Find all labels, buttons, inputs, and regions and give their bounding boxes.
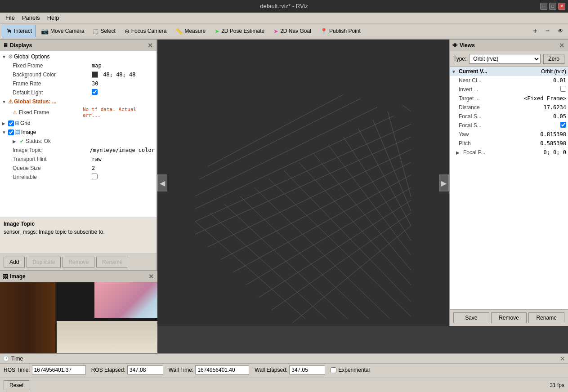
displays-panel-title: Displays	[10, 42, 32, 49]
3d-view[interactable]: ◀ ▶	[157, 40, 449, 326]
image-topic-row[interactable]: Image Topic /mynteye/image_color	[0, 146, 157, 155]
image-checkbox[interactable]	[8, 129, 14, 135]
views-panel-close[interactable]: ✕	[558, 42, 565, 49]
current-view-row[interactable]: ▼ Current V... Orbit (rviz)	[450, 67, 568, 76]
reset-button[interactable]: Reset	[4, 380, 29, 390]
views-zero-button[interactable]: Zero	[543, 54, 564, 64]
error-icon: ⚠	[13, 110, 17, 116]
time-bar: 🕐 Time ✕ ROS Time: ROS Elapsed: Wall Tim…	[0, 353, 568, 378]
tool-move-camera-label: Move Camera	[50, 28, 84, 34]
current-view-expand[interactable]: ▼	[452, 69, 457, 74]
near-clipping-label: Near Cl...	[459, 77, 551, 84]
window-controls[interactable]: ─ □ ✕	[540, 3, 565, 10]
close-button[interactable]: ✕	[558, 3, 565, 10]
tool-focus-camera[interactable]: ⊕ Focus Camera	[121, 25, 171, 37]
status-ok-row[interactable]: ▶ ✔ Status: Ok	[0, 137, 157, 146]
image-expand[interactable]: ▼	[2, 130, 7, 135]
grid-checkbox[interactable]	[8, 120, 14, 126]
view-arrow-left[interactable]: ◀	[157, 174, 167, 191]
pitch-value: 0.585398	[540, 140, 566, 147]
near-clipping-row[interactable]: Near Cl... 0.01	[450, 76, 568, 85]
global-status-label: Global Status: ...	[14, 98, 155, 105]
focal-p-row[interactable]: ▶ Focal P... 0; 0; 0	[450, 148, 568, 157]
maximize-button[interactable]: □	[549, 3, 556, 10]
frame-rate-row[interactable]: Frame Rate 30	[0, 79, 157, 88]
unreliable-row[interactable]: Unreliable	[0, 173, 157, 182]
tool-interact[interactable]: 🖱 Interact	[2, 25, 36, 37]
time-panel-close[interactable]: ✕	[560, 355, 565, 362]
yaw-row[interactable]: Yaw 0.815398	[450, 130, 568, 139]
displays-panel-close[interactable]: ✕	[147, 42, 154, 49]
focal-s1-row[interactable]: Focal S... 0.05	[450, 112, 568, 121]
add-button[interactable]: Add	[4, 257, 25, 267]
menu-help[interactable]: Help	[44, 13, 63, 22]
status-ok-expand[interactable]: ▶	[13, 139, 18, 144]
distance-row[interactable]: Distance 17.6234	[450, 103, 568, 112]
menu-file[interactable]: File	[2, 13, 18, 22]
queue-size-label: Queue Size	[13, 165, 90, 171]
image-display-row[interactable]: ▼ 🖼 Image	[0, 128, 157, 137]
grid-label: Grid	[20, 120, 155, 126]
clock-icon: 🕐	[3, 356, 9, 362]
ros-time-input[interactable]	[32, 365, 86, 374]
default-light-row[interactable]: Default Light	[0, 88, 157, 97]
queue-size-row[interactable]: Queue Size 2	[0, 164, 157, 173]
wall-elapsed-group: Wall Elapsed:	[255, 365, 325, 374]
tool-select[interactable]: ⬚ Select	[89, 25, 119, 37]
global-status-expand[interactable]: ▼	[2, 99, 7, 104]
info-box-title: Image Topic	[4, 221, 153, 227]
global-options-row[interactable]: ▼ ⚙ Global Options	[0, 52, 157, 61]
tool-measure[interactable]: 📏 Measure	[171, 25, 210, 37]
remove-tool-button[interactable]: −	[542, 25, 553, 37]
views-panel-header: 👁 Views ✕	[450, 40, 568, 51]
invert-row[interactable]: Invert ...	[450, 85, 568, 94]
tool-publish-point[interactable]: 📍 Publish Point	[316, 25, 365, 37]
views-save-button[interactable]: Save	[453, 312, 489, 323]
arrow-pink-icon: ➤	[273, 28, 278, 35]
global-options-expand[interactable]: ▼	[2, 54, 7, 59]
image-panel-close[interactable]: ✕	[148, 273, 155, 280]
views-remove-button[interactable]: Remove	[491, 312, 527, 323]
ros-elapsed-input[interactable]	[127, 365, 163, 374]
image-label: Image	[21, 129, 155, 135]
invert-checkbox[interactable]	[560, 86, 566, 92]
focal-p-expand[interactable]: ▶	[456, 150, 461, 155]
views-rename-button[interactable]: Rename	[528, 312, 564, 323]
wall-time-label: Wall Time:	[169, 367, 194, 373]
minimize-button[interactable]: ─	[540, 3, 547, 10]
default-light-checkbox[interactable]	[92, 89, 98, 95]
add-tool-button[interactable]: +	[530, 25, 540, 37]
unreliable-checkbox[interactable]	[92, 174, 98, 179]
experimental-checkbox[interactable]	[331, 367, 336, 373]
ros-time-label: ROS Time:	[4, 367, 30, 373]
yaw-value: 0.815398	[540, 131, 566, 138]
target-row[interactable]: Target ... <Fixed Frame>	[450, 94, 568, 103]
view-arrow-right[interactable]: ▶	[439, 174, 449, 191]
displays-tree: ▼ ⚙ Global Options Fixed Frame map Backg…	[0, 51, 157, 218]
tool-nav-goal[interactable]: ➤ 2D Nav Goal	[269, 25, 315, 37]
view-options-button[interactable]: 👁	[555, 25, 566, 37]
fixed-frame-status-row[interactable]: ⚠ Fixed Frame No tf data. Actual err...	[0, 106, 157, 119]
background-color-row[interactable]: Background Color 48; 48; 48	[0, 70, 157, 79]
image-panel-title: Image	[10, 273, 26, 280]
menu-panels[interactable]: Panels	[18, 13, 44, 22]
grid-row[interactable]: ▶ ⊞ Grid	[0, 119, 157, 128]
transport-hint-row[interactable]: Transport Hint raw	[0, 155, 157, 164]
remove-button[interactable]: Remove	[63, 257, 94, 267]
fixed-frame-row[interactable]: Fixed Frame map	[0, 61, 157, 70]
rename-button[interactable]: Rename	[96, 257, 128, 267]
focal-s2-row[interactable]: Focal S...	[450, 121, 568, 130]
wall-elapsed-input[interactable]	[289, 365, 325, 374]
tool-move-camera[interactable]: 📷 Move Camera	[37, 25, 88, 37]
default-light-value	[92, 89, 155, 96]
views-type-select[interactable]: Orbit (rviz)	[469, 54, 541, 64]
wall-time-input[interactable]	[195, 365, 249, 374]
pin-icon: 📍	[320, 28, 327, 35]
tool-pose-estimate[interactable]: ➤ 2D Pose Estimate	[210, 25, 268, 37]
pitch-row[interactable]: Pitch 0.585398	[450, 139, 568, 148]
duplicate-button[interactable]: Duplicate	[27, 257, 61, 267]
grid-expand[interactable]: ▶	[2, 121, 7, 126]
focal-s2-checkbox[interactable]	[560, 122, 566, 128]
global-status-row[interactable]: ▼ ⚠ Global Status: ...	[0, 97, 157, 106]
yaw-label: Yaw	[459, 131, 538, 138]
